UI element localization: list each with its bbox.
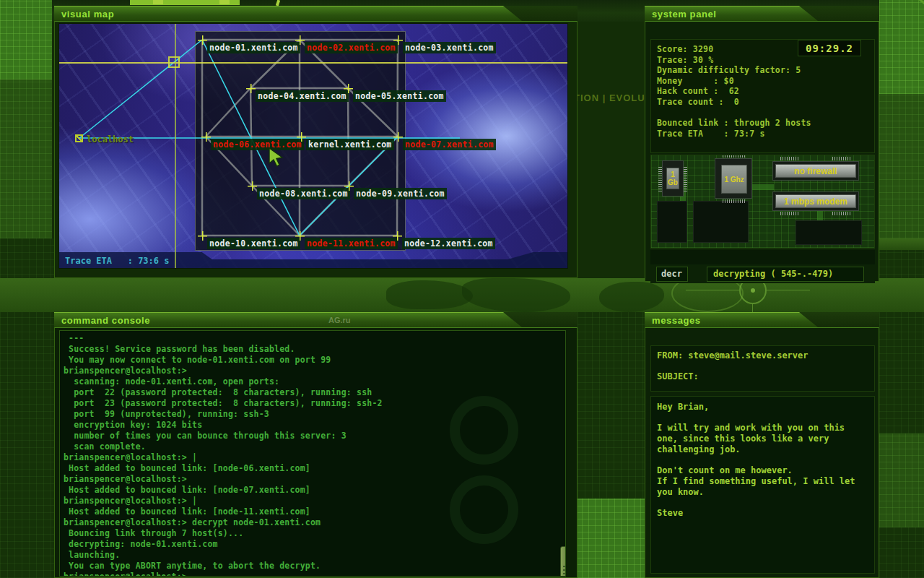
chip-pins [780, 157, 799, 160]
cpu-chip-label: 1 Ghz [721, 165, 747, 194]
console-terminal[interactable]: --- Success! Service password has been d… [59, 330, 566, 577]
system-panel-divider [650, 250, 875, 264]
ram-chip-label: 1 Gb [666, 168, 679, 189]
console-line: decrypting: node-01.xenti.com [64, 539, 383, 550]
console-output: --- Success! Service password has been d… [64, 333, 383, 577]
console-ring-decoration [450, 475, 518, 544]
map-node-label: node-06.xenti.com [211, 139, 304, 150]
visual-map-panel: visual map localhost node-01.xenti.com [54, 6, 578, 278]
cpu-chip: 1 Ghz [715, 158, 752, 199]
console-line: brianspencer@localhost:> | [64, 452, 383, 463]
stat-line: Trace ETA : 73:7 s [657, 129, 874, 139]
chip-pins [684, 167, 687, 191]
message-header: FROM: steve@mail.steve.server SUBJECT: [650, 345, 875, 392]
console-line: brianspencer@localhost:> decrypt node-01… [64, 517, 383, 528]
empty-socket [693, 201, 749, 243]
ram-chip: 1 Gb [662, 160, 684, 197]
console-line: port 99 (unprotected), running: ssh-3 [64, 409, 383, 420]
console-line: Bouncing link through 7 host(s)... [64, 528, 383, 539]
messages-body: FROM: steve@mail.steve.server SUBJECT: H… [645, 327, 879, 578]
target-marker-icon [198, 35, 207, 45]
visual-map-title: visual map [54, 6, 522, 21]
map-node-label: node-02.xenti.com [305, 42, 398, 53]
console-line: launching. [64, 550, 383, 561]
bg-right-band [879, 238, 924, 250]
console-line: Host added to bounced link: [node-07.xen… [64, 485, 383, 496]
console-line: encryption key: 1024 bits [64, 420, 383, 431]
console-line: brianspencer@localhost:> [64, 366, 383, 376]
system-panel: system panel Score: 3290Trace: 30 %Dynam… [645, 6, 879, 282]
message-line [657, 454, 874, 465]
mode-indicator: decr [656, 267, 688, 282]
target-marker-icon [344, 181, 354, 191]
map-node-label: node-01.xenti.com [207, 42, 300, 53]
stat-line: Bounced link : through 2 hosts [657, 118, 874, 129]
chip-pins [832, 157, 851, 160]
console-ring-decoration [450, 396, 518, 465]
message-body: Hey Brian,I will try and work with you o… [650, 396, 875, 574]
console-line: --- [64, 333, 383, 344]
message-line: Hey Brian, [657, 402, 874, 413]
message-subject: SUBJECT: [657, 371, 874, 382]
map-node-label: kernel.xenti.com [306, 139, 394, 150]
console-scrollbar-thumb[interactable] [560, 546, 566, 577]
chip-pins [658, 167, 662, 191]
console-line: Host added to bounced link: [node-11.xen… [64, 506, 383, 517]
message-meta-spacer [657, 361, 874, 372]
empty-socket [796, 220, 862, 245]
map-node-label: node-05.xenti.com [353, 90, 446, 102]
console-body: --- Success! Service password has been d… [54, 327, 578, 578]
target-marker-icon [344, 84, 353, 93]
localhost-label: localhost [87, 134, 134, 144]
crosshair-box [168, 56, 180, 68]
console-line: port 22 (password protected: 8 character… [64, 387, 383, 398]
firewall-label: no firewall [775, 164, 856, 178]
chip-pins [723, 199, 746, 203]
stat-line: Dynamic difficulty factor: 5 [657, 65, 874, 76]
target-marker-icon [295, 231, 305, 241]
target-marker-icon [248, 181, 257, 191]
map-node-label: node-09.xenti.com [354, 188, 447, 199]
console-line: brianspencer@localhost:> [64, 571, 383, 577]
game-clock: 09:29.2 [798, 40, 861, 56]
bg-right-bottom [879, 527, 924, 578]
crosshair-hline [59, 62, 568, 64]
message-line: I will try and work with you on this [657, 423, 874, 434]
map-node-label: node-11.xenti.com [305, 238, 398, 249]
decrypt-status: decrypting ( 545-.-479) [707, 267, 864, 282]
network-map[interactable]: localhost node-01.xenti.com node-02.xent… [58, 23, 568, 269]
pcb-trace [752, 184, 774, 190]
console-line: You can type ABORT anytime, to abort the… [64, 561, 383, 571]
messages-title: messages [645, 312, 818, 327]
bg-gap-bottom-grid [575, 499, 645, 578]
system-panel-title: system panel [645, 6, 818, 21]
bg-left-grid [0, 0, 52, 79]
target-marker-icon [198, 231, 207, 241]
console-line: Success! Service password has been disab… [64, 344, 383, 355]
map-trace-eta: Trace ETA : 73:6 s [65, 256, 170, 266]
target-marker-icon [246, 84, 256, 93]
mouse-cursor-icon [269, 148, 284, 167]
stat-line [657, 108, 874, 118]
bg-continent [386, 280, 473, 309]
ag-ru-watermark: AG.ru [328, 316, 351, 324]
map-node-label: node-08.xenti.com [257, 188, 350, 199]
bg-reticle-line [686, 290, 739, 290]
map-node-label: node-12.xenti.com [402, 238, 495, 249]
command-console-panel: command console AG.ru --- Success! Servi… [54, 312, 578, 578]
message-line: Steve [657, 508, 874, 519]
message-line: one, since this looks like a very [657, 434, 874, 444]
message-line [657, 413, 874, 423]
target-marker-icon [201, 132, 211, 142]
hardware-panel: 1 Gb 1 Ghz no firewall 1 mbps modem [650, 155, 875, 249]
bg-left-mid [0, 79, 52, 238]
stat-line: Trace count : 0 [657, 97, 874, 108]
target-marker-icon [393, 132, 403, 142]
console-line: brianspencer@localhost:> [64, 474, 383, 485]
empty-socket [657, 201, 687, 243]
target-marker-icon [393, 35, 403, 45]
message-from: FROM: steve@mail.steve.server [657, 350, 874, 361]
map-node-label: node-03.xenti.com [403, 42, 496, 53]
map-node-label: node-04.xenti.com [256, 90, 349, 102]
console-line: You may now connect to node-01.xenti.com… [64, 355, 383, 366]
